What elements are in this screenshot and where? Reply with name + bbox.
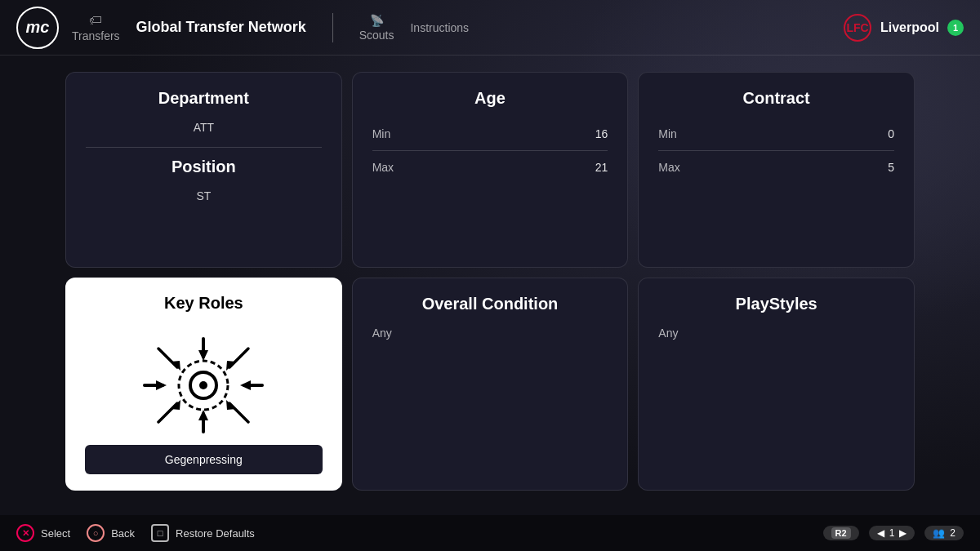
- club-badge: LFC: [843, 13, 872, 42]
- contract-max-row: Max 5: [658, 154, 894, 180]
- playstyles-value: Any: [658, 327, 894, 340]
- nav-scouts[interactable]: 📡 Scouts: [359, 14, 394, 42]
- age-min-row: Min 16: [372, 121, 608, 147]
- age-min-value: 16: [595, 127, 608, 140]
- r-value: 1: [889, 527, 895, 539]
- club-name: Liverpool: [880, 20, 939, 35]
- select-label: Select: [41, 527, 70, 540]
- lfc-badge-icon: LFC: [843, 13, 872, 42]
- transfers-icon: 🏷: [89, 13, 102, 28]
- playstyles-card[interactable]: PlayStyles Any: [638, 278, 915, 491]
- gegenpressing-icon: [138, 332, 269, 438]
- key-roles-icon-container: [85, 332, 323, 438]
- notification-badge: 1: [947, 20, 964, 36]
- key-roles-badge: Gegenpressing: [85, 445, 323, 474]
- contract-max-value: 5: [888, 161, 894, 174]
- nav-links: 🏷 Transfers Global Transfer Network 📡 Sc…: [72, 13, 469, 42]
- group-icon: 👥: [933, 527, 945, 539]
- main-content: Department ATT Position ST Age Min 16 Ma…: [0, 56, 980, 507]
- header: mc 🏷 Transfers Global Transfer Network 📡…: [0, 0, 980, 56]
- age-divider: [372, 150, 608, 151]
- contract-max-label: Max: [658, 161, 679, 174]
- dept-divider: [86, 147, 322, 148]
- nav-instructions[interactable]: Instructions: [410, 21, 469, 34]
- svg-marker-20: [226, 400, 236, 410]
- age-title: Age: [372, 89, 608, 108]
- x-button-icon: ✕: [16, 524, 34, 542]
- prev-icon: ◀: [877, 527, 884, 539]
- age-max-value: 21: [595, 161, 608, 174]
- contract-card[interactable]: Contract Min 0 Max 5: [638, 72, 915, 268]
- group-badge: 👥 2: [924, 526, 964, 540]
- key-roles-card[interactable]: Key Roles: [65, 278, 342, 491]
- overall-condition-card[interactable]: Overall Condition Any: [352, 278, 629, 491]
- svg-marker-6: [198, 350, 208, 361]
- group-value: 2: [950, 527, 956, 539]
- back-label: Back: [111, 527, 135, 540]
- age-max-label: Max: [372, 161, 394, 174]
- contract-divider: [658, 150, 894, 151]
- restore-button[interactable]: □ Restore Defaults: [151, 524, 255, 542]
- footer: ✕ Select ○ Back □ Restore Defaults R2 ◀ …: [0, 515, 980, 551]
- department-title: Department: [86, 89, 322, 108]
- nav-transfers[interactable]: 🏷 Transfers: [72, 13, 120, 42]
- svg-marker-8: [198, 410, 208, 420]
- next-icon: ▶: [899, 527, 906, 539]
- svg-marker-10: [156, 380, 167, 390]
- contract-title: Contract: [658, 89, 894, 108]
- restore-label: Restore Defaults: [176, 527, 255, 540]
- back-button[interactable]: ○ Back: [87, 524, 135, 542]
- overall-condition-value: Any: [372, 327, 608, 340]
- app-logo: mc: [16, 7, 59, 49]
- r2-badge: R2: [823, 526, 859, 540]
- pagination-badge: ◀ 1 ▶: [869, 526, 915, 540]
- header-right: LFC Liverpool 1: [843, 13, 964, 42]
- position-value: ST: [86, 189, 322, 202]
- scouts-icon: 📡: [370, 14, 384, 27]
- nav-global-transfer[interactable]: Global Transfer Network: [136, 19, 306, 36]
- overall-condition-title: Overall Condition: [372, 295, 608, 313]
- contract-min-label: Min: [658, 127, 677, 140]
- nav-divider: [332, 13, 333, 42]
- age-min-label: Min: [372, 127, 391, 140]
- svg-marker-18: [171, 400, 180, 410]
- footer-left: ✕ Select ○ Back □ Restore Defaults: [16, 524, 255, 542]
- age-max-row: Max 21: [372, 154, 608, 180]
- contract-min-value: 0: [888, 127, 894, 140]
- key-roles-title: Key Roles: [85, 294, 323, 319]
- footer-right: R2 ◀ 1 ▶ 👥 2: [823, 526, 964, 540]
- department-card[interactable]: Department ATT Position ST: [65, 72, 342, 268]
- position-title: Position: [86, 158, 322, 176]
- svg-marker-16: [226, 361, 236, 371]
- svg-marker-14: [171, 361, 180, 371]
- svg-point-3: [199, 381, 207, 389]
- restore-button-icon: □: [151, 524, 169, 542]
- department-value: ATT: [86, 121, 322, 134]
- select-button[interactable]: ✕ Select: [16, 524, 70, 542]
- back-button-icon: ○: [87, 524, 105, 542]
- age-card[interactable]: Age Min 16 Max 21: [352, 72, 629, 268]
- svg-text:LFC: LFC: [846, 21, 868, 34]
- svg-marker-12: [240, 380, 251, 390]
- contract-min-row: Min 0: [658, 121, 894, 147]
- playstyles-title: PlayStyles: [658, 295, 894, 313]
- r2-label: R2: [831, 527, 851, 539]
